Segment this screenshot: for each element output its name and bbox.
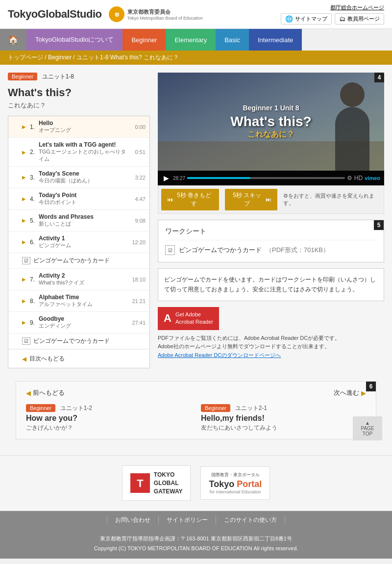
settings-note: ⚙をおすと、画質や速さを変えられます。	[283, 192, 381, 207]
lesson-subtitle: これなあに？	[8, 101, 150, 110]
playlist-item[interactable]: ▶ 4. Today's Point 今日のポイント 4:47	[8, 188, 149, 210]
playlist-item[interactable]: ▶ 5. Words and Phrases 新しいことば 9:08	[8, 210, 149, 231]
playlist: 3 ▶ 1. Hello オープニング 0:00 ▶ 2. Let's talk…	[8, 116, 150, 368]
description: ビンゴゲームでカードを使います。カードはワークシートを印刷（いんさつ）して切って…	[158, 268, 384, 301]
adobe-button[interactable]: A Get Adobe Acrobat Reader	[158, 307, 219, 330]
item-info: Let's talk with a TGG agent! TGGエージェントとの…	[39, 141, 131, 163]
adobe-desc: PDFファイルをご覧頂くためには、Adobe Acrobat Reader DC…	[158, 334, 384, 360]
playlist-item[interactable]: ▶ 3. Today's Scene 今日の場面（ばめん） 3:22	[8, 167, 149, 188]
playlist-item[interactable]: ▶ 7. Activity 2 What's this?クイズ 18:10	[8, 269, 149, 290]
home-icon: 🏠	[8, 34, 19, 45]
nav-about[interactable]: TokyoGlobalStudioについて	[26, 29, 122, 51]
video-subtitle-jp: これなあに？	[230, 129, 311, 140]
description-text: ビンゴゲームでカードを使います。カードはワークシートを印刷（いんさつ）して切って…	[164, 276, 376, 293]
globe-icon: 🌐	[285, 15, 293, 23]
back-to-index[interactable]: ◀ 目次へもどる	[8, 349, 149, 368]
playlist-worksheet-inline[interactable]: ☑ビンゴゲームでつかうカード	[8, 253, 149, 269]
playlist-arrow-icon: ▶	[22, 239, 26, 245]
sitemap-button[interactable]: 🌐 サイトマップ	[281, 13, 332, 25]
video-controls: ▶ 28:27 ⚙ HD vimeo	[158, 171, 384, 185]
page-top-button[interactable]: ▲ PAGETOP	[353, 416, 382, 440]
portal-sub-text: for International Education	[210, 489, 261, 494]
playlist-item[interactable]: ▶ 2. Let's talk with a TGG agent! TGGエージ…	[8, 138, 149, 167]
item-title-jp: 今日のポイント	[39, 199, 131, 206]
adobe-icon: A	[164, 312, 172, 325]
item-info: Goodbye エンディング	[39, 315, 128, 330]
next-card-subtitle: 友だちにあいさつしてみよう	[201, 424, 366, 432]
playlist-arrow-icon: ▶	[22, 320, 26, 325]
briefcase-icon: 🗂	[339, 15, 345, 23]
playlist-item[interactable]: ▶ 6. Activity 1 ビンゴゲーム 12:20	[8, 231, 149, 253]
portal-logo[interactable]: 国際教育・東京ポータル Tokyo Portal for Internation…	[200, 466, 270, 500]
playlist-item[interactable]: ▶ 1. Hello オープニング 0:00	[8, 116, 149, 138]
video-progress[interactable]	[187, 177, 345, 179]
nav-basic[interactable]: Basic	[216, 29, 249, 51]
item-time: 12:20	[132, 239, 146, 245]
playlist-arrow-icon: ▶	[22, 298, 26, 304]
item-title-en: Words and Phrases	[39, 213, 131, 220]
playlist-item[interactable]: ▶ 9. Goodbye エンディング 27:41	[8, 312, 149, 333]
nav-elementary[interactable]: Elementary	[166, 29, 216, 51]
item-time: 3:22	[135, 175, 146, 180]
svg-text:T: T	[137, 477, 144, 489]
section-6-badge: 6	[366, 382, 376, 391]
header-buttons: 🌐 サイトマップ 🗂 教員用ページ	[281, 13, 384, 25]
playlist-arrow-icon: ▶	[22, 196, 26, 202]
item-title-jp: エンディング	[39, 322, 128, 330]
item-num: 6.	[30, 239, 39, 246]
ws-file-name: ビンゴゲームでつかうカード	[33, 256, 110, 265]
item-time: 27:41	[132, 320, 146, 326]
prev-card-subtitle: ごきげんいかが？	[26, 424, 191, 432]
hd-icon: HD	[354, 175, 363, 181]
item-info: Today's Point 今日のポイント	[39, 192, 131, 206]
video-unit-label: Beginner 1 Unit 8	[230, 104, 311, 112]
worksheet-label: ビンゴゲームでつかうカード	[33, 337, 110, 345]
footer-howto[interactable]: このサイトの使い方	[216, 516, 285, 524]
nav-home[interactable]: 🏠	[0, 29, 26, 51]
lesson-title: What's this?	[8, 86, 150, 99]
worksheet-check-icon: ☑	[22, 337, 30, 345]
adobe-desc-1: PDFファイルをご覧頂くためには、Adobe Acrobat Reader DC…	[158, 334, 384, 343]
vimeo-logo: vimeo	[365, 175, 380, 181]
item-title-en: Goodbye	[39, 315, 128, 322]
adobe-download-link[interactable]: Adobe Acrobat Reader DCのダウンロードページへ	[158, 352, 281, 358]
prev-label: 前へもどる	[33, 388, 65, 397]
next-link[interactable]: 次へ進む ▶	[334, 388, 366, 397]
adobe-line1: Get Adobe	[175, 311, 213, 318]
section-5-badge: 5	[374, 220, 384, 230]
worksheet-fileinfo: （PDF形式：701KB）	[266, 246, 329, 255]
footer-contact[interactable]: お問い合わせ	[107, 516, 159, 524]
play-button[interactable]: ▶	[162, 173, 171, 183]
item-title-en: Today's Scene	[39, 170, 131, 177]
back-label: 目次へもどる	[29, 355, 65, 363]
item-title-jp: What's this?クイズ	[39, 279, 128, 286]
nav-intermediate[interactable]: Intermediate	[249, 29, 302, 51]
settings-icon[interactable]: ⚙	[347, 175, 352, 181]
item-num: 5.	[30, 217, 39, 224]
next-arrow-icon: ▶	[361, 389, 366, 397]
nav-beginner[interactable]: Beginner	[122, 29, 166, 51]
worksheet-file[interactable]: ☑ ビンゴゲームでつかうカード （PDF形式：701KB）	[165, 245, 377, 255]
prev-card-title: How are you?	[26, 414, 191, 423]
rewind-button[interactable]: ⏮ 5秒 巻きもどす	[161, 189, 219, 210]
playlist-item[interactable]: ▶ 8. Alphabet Time アルファベットタイム 21:21	[8, 290, 149, 312]
tgg-logo[interactable]: T TOKYO GLOBAL GATEWAY	[122, 465, 191, 501]
footer-policy[interactable]: サイトポリシー	[159, 516, 216, 524]
top-link[interactable]: 都庁総合ホームページ	[330, 4, 384, 11]
adobe-desc-2: Adobe社のホームページより無料でダウンロードすることが出来ます。	[158, 342, 384, 351]
video-thumbnail[interactable]: Beginner 1 Unit 8 What's this? これなあに？	[158, 73, 384, 171]
portal-tokyo: Tokyo	[209, 479, 234, 489]
item-title-en: Let's talk with a TGG agent!	[39, 141, 131, 148]
item-time: 9:08	[135, 218, 146, 224]
next-card[interactable]: Beginner ユニット2-1 Hello,my friends! 友だちにあ…	[201, 404, 366, 432]
skip-button[interactable]: 5秒 スキップ ⏭	[225, 189, 277, 210]
prev-card-unit: ユニット1-2	[60, 405, 92, 411]
prev-link[interactable]: ◀ 前へもどる	[26, 388, 65, 397]
playlist-worksheet-item[interactable]: ☑ ビンゴゲームでつかうカード	[8, 333, 149, 349]
main-nav: 🏠 TokyoGlobalStudioについて Beginner Element…	[0, 29, 392, 51]
rewind-arr-icon: ⏮	[167, 196, 173, 203]
teacher-button[interactable]: 🗂 教員用ページ	[335, 13, 384, 25]
footer-nav: お問い合わせ サイトポリシー このサイトの使い方	[0, 511, 392, 529]
item-title-jp: 新しいことば	[39, 220, 131, 228]
prev-card[interactable]: Beginner ユニット1-2 How are you? ごきげんいかが？	[26, 404, 191, 432]
